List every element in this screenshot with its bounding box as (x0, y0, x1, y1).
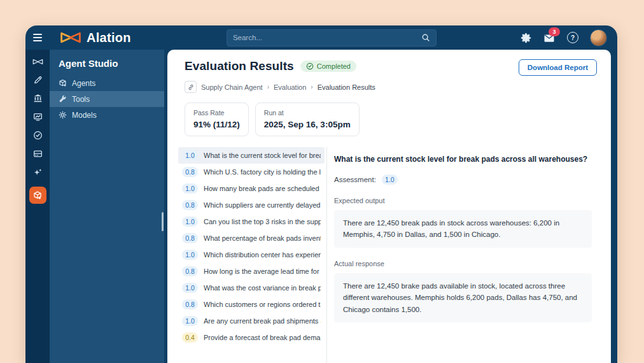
sidebar-item-label: Models (72, 111, 97, 120)
question-text: How long is the average lead time for re… (204, 267, 321, 275)
app-body: Agent Studio Agents Tools (25, 50, 617, 363)
user-avatar[interactable] (590, 29, 607, 46)
question-text: What was the cost variance in break pads… (204, 284, 321, 292)
agent-studio-cube-icon (29, 187, 46, 204)
menu-icon[interactable] (25, 25, 50, 50)
sidebar-title: Agent Studio (50, 50, 164, 75)
score-badge: 0.8 (182, 200, 198, 210)
score-badge: 1.0 (182, 183, 198, 194)
search-icon (421, 33, 430, 42)
breadcrumb-separator: › (311, 83, 312, 90)
question-row[interactable]: 0.8How long is the average lead time for… (178, 263, 325, 280)
page-title: Evaluation Results (185, 59, 294, 73)
stat-label: Pass Rate (193, 109, 240, 117)
search-input[interactable]: Search... (227, 29, 437, 46)
expected-output-label: Expected output (334, 197, 592, 204)
icon-rail (25, 50, 50, 363)
settings-gear-icon[interactable] (519, 31, 532, 44)
assessment-label: Assessment: (334, 176, 376, 183)
question-text: Which suppliers are currently delayed in… (204, 201, 321, 209)
quality-check-circle-icon[interactable] (25, 126, 50, 145)
topbar: Alation Search... (25, 25, 617, 50)
score-badge: 0.8 (182, 299, 198, 310)
question-text: Which distribution center has experience… (204, 251, 321, 259)
search-placeholder: Search... (233, 34, 421, 41)
score-badge: 1.0 (182, 283, 198, 293)
score-badge: 1.0 (182, 250, 198, 260)
question-row[interactable]: 1.0How many break pads are scheduled for… (178, 180, 325, 197)
data-sources-server-icon[interactable] (25, 145, 50, 163)
breadcrumb: Supply Chain Agent › Evaluation › Evalua… (176, 81, 611, 93)
page-header: Evaluation Results Completed Download Re… (176, 59, 611, 76)
results-split: 1.0What is the current stock level for b… (176, 147, 611, 363)
link-icon (185, 81, 197, 93)
stat-value: 2025, Sep 16, 3:05pm (264, 120, 351, 129)
main-content: Evaluation Results Completed Download Re… (167, 50, 611, 363)
question-row[interactable]: 0.8Which suppliers are currently delayed… (178, 197, 325, 213)
lineage-bowtie-icon[interactable] (25, 52, 50, 71)
question-row[interactable]: 0.8Which customers or regions ordered th… (178, 296, 325, 313)
question-text: Which U.S. factory city is holding the l… (204, 168, 321, 176)
question-text: What percentage of break pads inventory … (204, 234, 321, 242)
agents-cube-icon (59, 79, 67, 87)
question-row[interactable]: 0.8Which U.S. factory city is holding th… (178, 164, 325, 180)
help-icon[interactable]: ? (566, 31, 579, 44)
breadcrumb-current: Evaluation Results (318, 83, 375, 91)
compose-pen-icon[interactable] (25, 71, 50, 89)
assessment-score-badge: 1.0 (382, 174, 398, 185)
score-badge: 0.4 (182, 332, 198, 343)
question-row[interactable]: 1.0What was the cost variance in break p… (178, 280, 325, 296)
breadcrumb-item[interactable]: Supply Chain Agent (201, 83, 263, 91)
check-circle-icon (306, 62, 314, 70)
score-badge: 0.8 (182, 167, 198, 177)
stat-value: 91% (11/12) (193, 120, 240, 129)
question-row[interactable]: 0.4Provide a forecast of break pad deman… (178, 329, 325, 346)
sidebar-item-agents[interactable]: Agents (50, 75, 164, 91)
agent-studio-button[interactable] (25, 187, 50, 204)
question-text: What is the current stock level for brea… (204, 152, 321, 159)
score-badge: 1.0 (182, 150, 198, 160)
question-text: Which customers or regions ordered the h… (204, 301, 321, 308)
notification-badge: 3 (549, 27, 560, 36)
assessment-row: Assessment: 1.0 (334, 174, 592, 185)
sidebar-item-label: Agents (72, 79, 95, 88)
score-badge: 1.0 (182, 217, 198, 227)
question-row[interactable]: 1.0Which distribution center has experie… (178, 246, 325, 263)
question-title: What is the current stock level for brea… (334, 155, 592, 164)
question-detail: What is the current stock level for brea… (327, 147, 611, 363)
analytics-board-icon[interactable] (25, 108, 50, 126)
download-report-button[interactable]: Download Report (519, 59, 597, 76)
brand-name: Alation (87, 31, 131, 45)
question-row[interactable]: 1.0Can you list the top 3 risks in the s… (178, 213, 325, 230)
alation-bowtie-icon (60, 31, 81, 45)
run-at-card: Run at 2025, Sep 16, 3:05pm (255, 103, 360, 136)
stats-row: Pass Rate 91% (11/12) Run at 2025, Sep 1… (176, 103, 611, 136)
governance-bank-icon[interactable] (25, 89, 50, 108)
app-window: Alation Search... (25, 25, 617, 363)
status-label: Completed (317, 62, 351, 70)
topbar-actions: 3 ? (519, 29, 617, 46)
sidebar-item-tools[interactable]: Tools (50, 91, 164, 107)
sidebar-item-label: Tools (72, 95, 90, 104)
sidebar-item-models[interactable]: Models (50, 107, 164, 123)
ai-sparkles-icon[interactable] (25, 163, 50, 182)
score-badge: 0.8 (182, 266, 198, 276)
breadcrumb-item[interactable]: Evaluation (274, 83, 306, 91)
question-row[interactable]: 1.0What is the current stock level for b… (178, 147, 325, 164)
inbox-mail-icon[interactable]: 3 (543, 31, 556, 44)
question-list: 1.0What is the current stock level for b… (176, 147, 327, 363)
question-text: Provide a forecast of break pad demand f… (204, 334, 321, 341)
expected-output-box: There are 12,450 break pads in stock acr… (334, 210, 592, 248)
alation-logo[interactable]: Alation (60, 31, 131, 45)
question-text: How many break pads are scheduled for de… (204, 185, 321, 192)
models-gear-icon (59, 111, 67, 119)
actual-response-label: Actual response (334, 260, 592, 267)
agent-studio-sidebar: Agent Studio Agents Tools (50, 50, 164, 363)
sidebar-scrollbar[interactable] (162, 212, 164, 231)
question-row[interactable]: 1.0Are any current break pad shipments a… (178, 313, 325, 329)
stat-label: Run at (264, 109, 351, 117)
score-badge: 0.8 (182, 233, 198, 243)
question-text: Are any current break pad shipments at r… (204, 317, 321, 325)
question-row[interactable]: 0.8What percentage of break pads invento… (178, 230, 325, 246)
tools-wrench-icon (59, 95, 67, 103)
